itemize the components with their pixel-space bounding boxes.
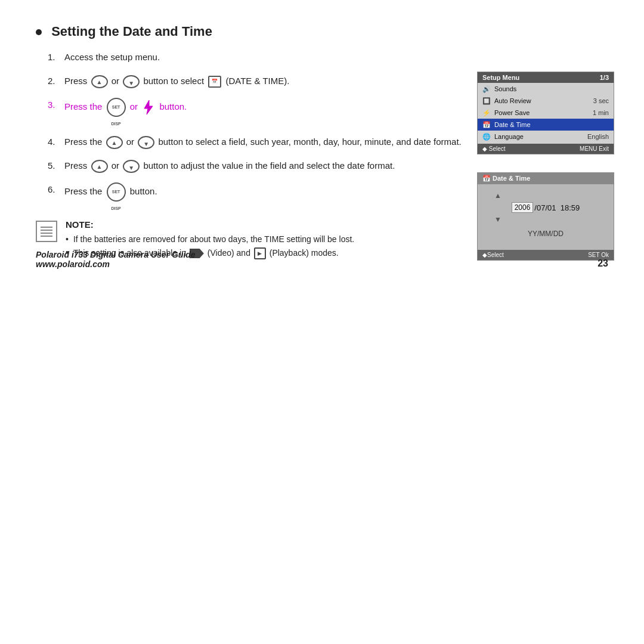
setup-row-datetime: 📅 Date & Time [478,119,614,131]
step-6-pre: Press the [64,186,102,196]
sounds-label: Sounds [494,85,605,92]
note-lines [41,227,52,237]
setup-menu-title: Setup Menu [482,74,519,81]
bullet-dot [36,29,42,35]
step-3-pre: Press the [64,101,102,112]
datetime-screen: 📅 Date & Time ▲ 2006 / 07 / 01 18:59 ▼ Y… [477,172,614,261]
note-line-3 [41,233,52,234]
step-5-or: or [112,160,119,171]
datetime-row-icon: 📅 [482,120,491,129]
date-format-label: YY/MM/DD [482,230,609,238]
setup-menu-header: Setup Menu 1/3 [478,72,614,83]
step4-down-arrow-icon [138,136,154,149]
footer-brand: Polaroid i733 Digital Camera User Guide [36,250,196,259]
step-5-text: Press or button to adjust the value in t… [64,159,465,173]
language-value: English [587,133,609,140]
step-4-pre: Press the [64,137,102,147]
step-2-text: Press or button to select 📅 (DATE & TIME… [64,74,465,88]
date-up-arrow: ▲ [482,191,609,200]
footer-left: Polaroid i733 Digital Camera User Guide … [36,250,196,269]
svg-marker-0 [144,100,153,114]
note-line-1 [41,227,52,228]
step5-up-arrow-icon [91,160,108,173]
step5-down-arrow-icon [123,160,140,173]
day-value: 01 [547,203,556,212]
note-title: NOTE: [66,219,354,230]
note-1-text: If the batteries are removed for about t… [73,234,354,244]
date-time-space [556,203,561,212]
step-3: 3. Press the SETDISP or button. [48,98,465,117]
step-6-post: button. [130,186,157,196]
step-1-text: Access the setup menu. [64,50,465,64]
time-value: 18:59 [561,203,580,212]
footer-url: www.polaroid.com [36,259,196,269]
step-4: 4. Press the or button to select a field… [48,135,465,149]
step-1: 1. Access the setup menu. [48,50,465,64]
step-4-text: Press the or button to select a field, s… [64,135,465,149]
step-4-post: button to select a field, such year, mon… [158,137,461,147]
step-2-label: (DATE & TIME). [225,76,289,86]
datetime-screen-title: Date & Time [493,175,530,182]
step-2-or: or [112,76,119,86]
lightning-button-icon [142,99,155,116]
step-3-text: Press the SETDISP or button. [64,98,465,117]
set-disp-button-icon: SETDISP [107,98,126,117]
page-footer: Polaroid i733 Digital Camera User Guide … [36,250,608,269]
step-6-text: Press the SETDISP button. [64,182,465,202]
step-1-num: 1. [48,50,64,64]
down-arrow-button-icon [123,75,140,88]
setup-footer-select: ◆ Select [482,145,506,152]
step-5: 5. Press or button to adjust the value i… [48,159,465,173]
setup-row-autoreview: 🔲 Auto Review 3 sec [478,95,614,107]
step-2-post: button to select [143,76,204,86]
step-3-num: 3. [48,98,64,112]
step-5-pre: Press [64,160,87,171]
step-6: 6. Press the SETDISP button. [48,182,465,202]
step-5-num: 5. [48,159,64,173]
datetime-label: Date & Time [494,121,605,128]
step6-set-button-icon: SETDISP [107,182,126,202]
steps-list: 1. Access the setup menu. 2. Press or bu… [48,50,465,202]
step-2-num: 2. [48,74,64,88]
powersave-label: Power Save [494,109,589,116]
step-2: 2. Press or button to select 📅 (DATE & T… [48,74,465,88]
datetime-screen-header: 📅 Date & Time [478,173,614,184]
step-6-num: 6. [48,182,64,197]
autoreview-label: Auto Review [494,97,590,104]
language-label: Language [494,133,584,140]
step-3-or: or [130,101,138,112]
powersave-value: 1 min [593,109,609,116]
step-4-num: 4. [48,135,64,149]
step-2-pre: Press [64,76,87,86]
sounds-row-icon: 🔊 [482,85,491,93]
setup-row-language: 🌐 Language English [478,131,614,143]
autoreview-value: 3 sec [593,97,609,104]
date-down-arrow: ▼ [482,215,609,224]
step-5-post: button to adjust the value in the field … [143,160,395,171]
screenshots-panel: Setup Menu 1/3 🔊 Sounds 🔲 Auto Review 3 … [477,72,614,261]
note-bullet-1: If the batteries are removed for about t… [66,234,354,244]
section-title: Setting the Date and Time [36,24,608,39]
month-value: 07 [537,203,545,212]
step4-up-arrow-icon [106,136,123,149]
year-value: 2006 [512,202,534,213]
up-arrow-button-icon [91,75,108,88]
setup-menu-page: 1/3 [600,74,609,81]
date-value-row: 2006 / 07 / 01 18:59 [482,202,609,213]
page-title: Setting the Date and Time [51,24,212,39]
datetime-body: ▲ 2006 / 07 / 01 18:59 ▼ YY/MM/DD [478,184,614,245]
powersave-row-icon: ⚡ [482,109,491,117]
language-row-icon: 🌐 [482,132,491,141]
setup-menu-screen: Setup Menu 1/3 🔊 Sounds 🔲 Auto Review 3 … [477,72,614,154]
note-line-4 [41,236,52,237]
note-icon [36,221,57,242]
note-line-2 [41,230,52,231]
autoreview-row-icon: 🔲 [482,97,491,105]
calendar-icon: 📅 [208,76,221,88]
step-4-or: or [126,137,134,147]
setup-row-sounds: 🔊 Sounds [478,83,614,95]
setup-menu-footer: ◆ Select MENU Exit [478,144,614,154]
footer-page-number: 23 [597,258,608,269]
step-3-post: button. [159,101,187,112]
setup-footer-exit: MENU Exit [580,145,609,152]
